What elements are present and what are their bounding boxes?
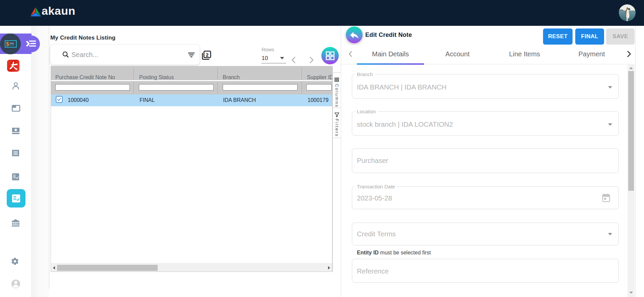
svg-text:2: 2 bbox=[206, 52, 209, 58]
svg-text:$: $ bbox=[6, 41, 9, 47]
